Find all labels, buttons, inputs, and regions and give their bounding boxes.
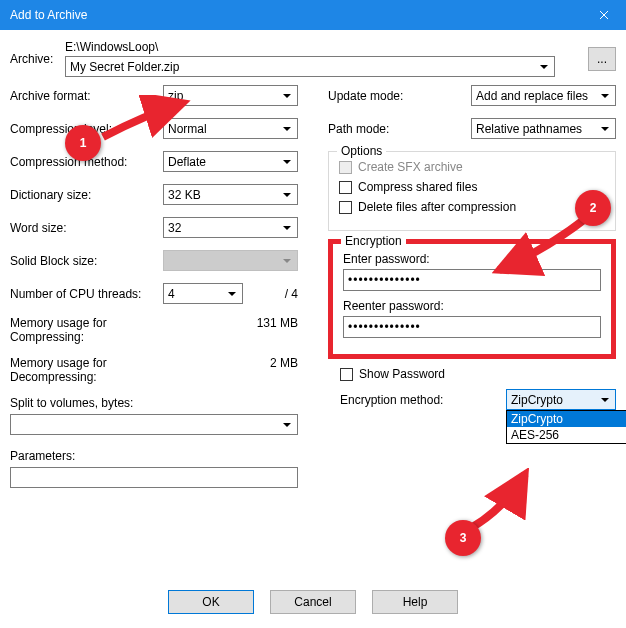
compress-shared-checkbox[interactable]: Compress shared files — [339, 180, 605, 194]
delete-after-label: Delete files after compression — [358, 200, 516, 214]
reenter-password-label: Reenter password: — [343, 299, 601, 313]
show-password-label: Show Password — [359, 367, 445, 381]
parameters-input[interactable] — [10, 467, 298, 488]
encryption-option-aes256[interactable]: AES-256 — [507, 427, 626, 443]
mem-decompress-value: 2 MB — [163, 356, 298, 384]
titlebar: Add to Archive — [0, 0, 626, 30]
path-mode-select[interactable]: Relative pathnames — [471, 118, 616, 139]
compression-method-value: Deflate — [168, 155, 206, 169]
compression-level-value: Normal — [168, 122, 207, 136]
encryption-fieldset: Encryption Enter password: •••••••••••••… — [328, 239, 616, 359]
mem-compress-label: Memory usage for Compressing: — [10, 316, 163, 344]
sfx-label: Create SFX archive — [358, 160, 463, 174]
dictionary-size-select[interactable]: 32 KB — [163, 184, 298, 205]
callout-3: 3 — [445, 520, 481, 556]
encryption-method-dropdown: ZipCrypto AES-256 — [506, 410, 626, 444]
cpu-threads-value: 4 — [168, 287, 175, 301]
path-mode-label: Path mode: — [328, 122, 471, 136]
button-row: OK Cancel Help — [0, 580, 626, 624]
help-button[interactable]: Help — [372, 590, 458, 614]
encryption-legend: Encryption — [341, 234, 406, 248]
archive-label: Archive: — [10, 52, 65, 66]
path-mode-value: Relative pathnames — [476, 122, 582, 136]
dictionary-size-label: Dictionary size: — [10, 188, 163, 202]
archive-filename-select[interactable]: My Secret Folder.zip — [65, 56, 555, 77]
word-size-select[interactable]: 32 — [163, 217, 298, 238]
ok-button[interactable]: OK — [168, 590, 254, 614]
checkbox-icon — [339, 181, 352, 194]
encryption-method-select[interactable]: ZipCrypto ZipCrypto AES-256 — [506, 389, 616, 410]
cpu-threads-select[interactable]: 4 — [163, 283, 243, 304]
ok-label: OK — [202, 595, 219, 609]
archive-format-label: Archive format: — [10, 89, 163, 103]
browse-button[interactable]: ... — [588, 47, 616, 71]
right-column: Update mode: Add and replace files Path … — [328, 85, 616, 488]
show-password-checkbox[interactable]: Show Password — [340, 367, 616, 381]
enter-password-value: •••••••••••••• — [348, 273, 421, 287]
compression-level-select[interactable]: Normal — [163, 118, 298, 139]
word-size-label: Word size: — [10, 221, 163, 235]
cancel-button[interactable]: Cancel — [270, 590, 356, 614]
browse-label: ... — [597, 52, 607, 66]
help-label: Help — [403, 595, 428, 609]
encryption-method-value: ZipCrypto — [511, 393, 563, 407]
split-volumes-select[interactable] — [10, 414, 298, 435]
cancel-label: Cancel — [294, 595, 331, 609]
encryption-method-label: Encryption method: — [340, 393, 506, 407]
parameters-label: Parameters: — [10, 449, 298, 463]
callout-2: 2 — [575, 190, 611, 226]
sfx-checkbox: Create SFX archive — [339, 160, 605, 174]
checkbox-icon — [339, 201, 352, 214]
dictionary-size-value: 32 KB — [168, 188, 201, 202]
archive-format-value: zip — [168, 89, 183, 103]
enter-password-input[interactable]: •••••••••••••• — [343, 269, 601, 291]
left-column: Archive format: zip Compression level: N… — [10, 85, 298, 488]
solid-block-select — [163, 250, 298, 271]
solid-block-label: Solid Block size: — [10, 254, 163, 268]
callout-1: 1 — [65, 125, 101, 161]
reenter-password-input[interactable]: •••••••••••••• — [343, 316, 601, 338]
close-button[interactable] — [581, 0, 626, 30]
cpu-threads-label: Number of CPU threads: — [10, 287, 163, 301]
encryption-option-zipcrypto[interactable]: ZipCrypto — [507, 411, 626, 427]
enter-password-label: Enter password: — [343, 252, 601, 266]
checkbox-icon — [339, 161, 352, 174]
compress-shared-label: Compress shared files — [358, 180, 477, 194]
cpu-threads-total: / 4 — [243, 287, 298, 301]
checkbox-icon — [340, 368, 353, 381]
update-mode-select[interactable]: Add and replace files — [471, 85, 616, 106]
options-legend: Options — [337, 144, 386, 158]
delete-after-checkbox[interactable]: Delete files after compression — [339, 200, 605, 214]
window-title: Add to Archive — [10, 8, 87, 22]
mem-decompress-label: Memory usage for Decompressing: — [10, 356, 163, 384]
archive-filename: My Secret Folder.zip — [70, 60, 179, 74]
word-size-value: 32 — [168, 221, 181, 235]
split-volumes-label: Split to volumes, bytes: — [10, 396, 298, 410]
mem-compress-value: 131 MB — [163, 316, 298, 344]
options-fieldset: Options Create SFX archive Compress shar… — [328, 151, 616, 231]
update-mode-label: Update mode: — [328, 89, 471, 103]
archive-path: E:\WindowsLoop\ — [65, 40, 578, 54]
reenter-password-value: •••••••••••••• — [348, 320, 421, 334]
update-mode-value: Add and replace files — [476, 89, 588, 103]
compression-method-select[interactable]: Deflate — [163, 151, 298, 172]
archive-format-select[interactable]: zip — [163, 85, 298, 106]
